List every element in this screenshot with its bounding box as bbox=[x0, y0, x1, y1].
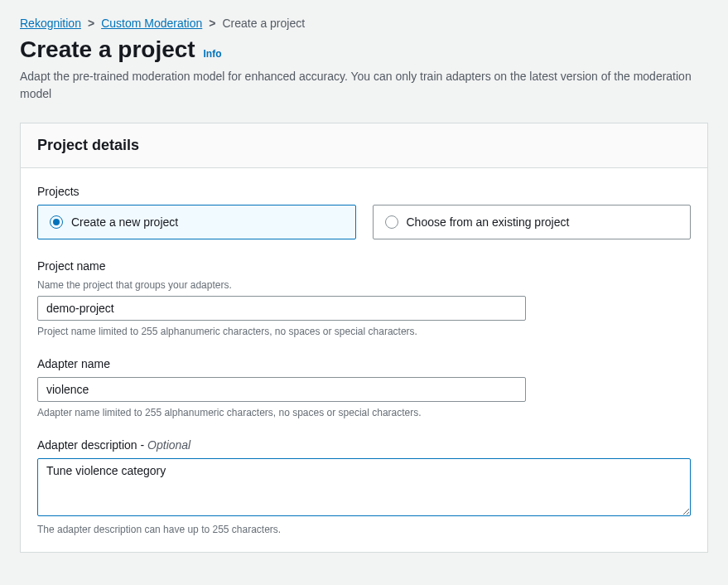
projects-field: Projects Create a new project Choose fro… bbox=[37, 185, 691, 239]
adapter-description-field: Adapter description - Optional The adapt… bbox=[37, 438, 691, 535]
project-name-help: Project name limited to 255 alphanumeric… bbox=[37, 326, 691, 337]
radio-label: Choose from an existing project bbox=[407, 215, 570, 229]
project-name-label: Project name bbox=[37, 259, 691, 273]
breadcrumb: Rekognition > Custom Moderation > Create… bbox=[20, 17, 708, 30]
panel-header: Project details bbox=[21, 123, 707, 168]
breadcrumb-link-rekognition[interactable]: Rekognition bbox=[20, 17, 81, 30]
adapter-description-textarea[interactable] bbox=[37, 458, 691, 516]
projects-radio-group: Create a new project Choose from an exis… bbox=[37, 205, 691, 239]
project-name-input[interactable] bbox=[37, 296, 526, 321]
info-link[interactable]: Info bbox=[204, 48, 222, 60]
panel-title: Project details bbox=[37, 137, 691, 154]
radio-icon bbox=[385, 215, 398, 229]
adapter-name-input[interactable] bbox=[37, 377, 526, 402]
project-name-field: Project name Name the project that group… bbox=[37, 259, 691, 337]
chevron-right-icon: > bbox=[209, 17, 215, 30]
adapter-description-label: Adapter description - Optional bbox=[37, 438, 691, 452]
projects-label: Projects bbox=[37, 185, 691, 198]
panel-body: Projects Create a new project Choose fro… bbox=[21, 168, 707, 552]
adapter-name-label: Adapter name bbox=[37, 357, 691, 370]
page-header: Create a project Info Adapt the pre-trai… bbox=[20, 36, 708, 103]
page-subtitle: Adapt the pre-trained moderation model f… bbox=[20, 68, 708, 103]
adapter-name-help: Adapter name limited to 255 alphanumeric… bbox=[37, 407, 691, 418]
radio-choose-existing-project[interactable]: Choose from an existing project bbox=[373, 205, 692, 239]
adapter-name-field: Adapter name Adapter name limited to 255… bbox=[37, 357, 691, 418]
radio-icon bbox=[50, 215, 63, 229]
adapter-description-help: The adapter description can have up to 2… bbox=[37, 524, 691, 535]
radio-label: Create a new project bbox=[71, 215, 178, 229]
breadcrumb-current: Create a project bbox=[222, 17, 305, 30]
project-name-hint: Name the project that groups your adapte… bbox=[37, 279, 691, 291]
breadcrumb-link-custom-moderation[interactable]: Custom Moderation bbox=[101, 17, 202, 30]
page-title: Create a project bbox=[20, 36, 195, 62]
project-details-panel: Project details Projects Create a new pr… bbox=[20, 123, 708, 553]
radio-create-new-project[interactable]: Create a new project bbox=[37, 205, 356, 239]
chevron-right-icon: > bbox=[88, 17, 94, 30]
